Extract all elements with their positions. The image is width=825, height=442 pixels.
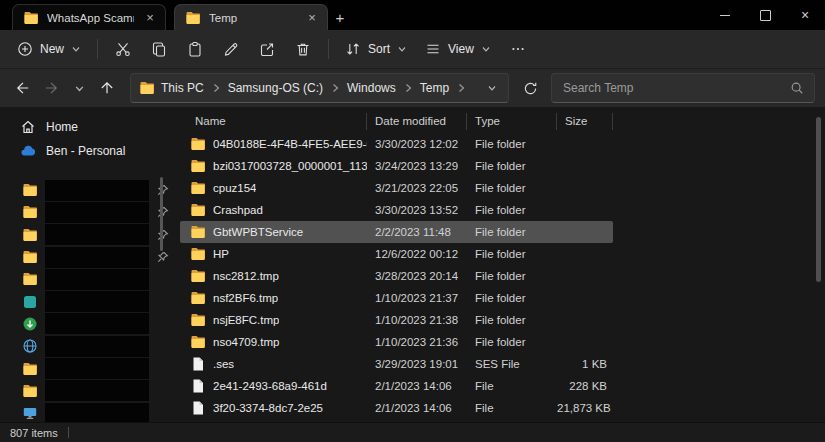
new-tab-button[interactable]: + <box>328 4 352 30</box>
share-button[interactable] <box>249 34 285 64</box>
refresh-icon <box>523 81 538 96</box>
file-row[interactable]: cpuz1543/21/2023 22:05File folder <box>180 177 613 199</box>
copy-button[interactable] <box>141 34 177 64</box>
file-row[interactable]: nsf2BF6.tmp1/10/2023 21:37File folder <box>180 287 613 309</box>
folder-icon <box>22 227 38 243</box>
redacted-label <box>45 247 149 268</box>
file-date-modified: 1/10/2023 21:36 <box>367 336 467 348</box>
search-box[interactable] <box>551 73 815 103</box>
sidebar-pinned-item[interactable] <box>0 224 178 246</box>
file-name: nsf2BF6.tmp <box>180 290 367 306</box>
pin-icon <box>157 251 169 263</box>
column-header-type[interactable]: Type <box>467 113 557 130</box>
file-size: 228 KB <box>557 380 613 392</box>
file-name: 2e41-2493-68a9-461d <box>180 378 367 394</box>
sidebar-item-onedrive[interactable]: Ben - Personal <box>6 139 172 163</box>
breadcrumb-bar[interactable]: This PCSamsung-OS (C:)WindowsTemp <box>130 73 509 103</box>
close-button[interactable]: × <box>785 0 825 30</box>
tab[interactable]: Temp × <box>174 4 328 30</box>
delete-button[interactable] <box>285 34 321 64</box>
sidebar-pinned-item[interactable] <box>0 402 178 422</box>
sidebar-pinned-item[interactable] <box>0 335 178 357</box>
file-icon <box>190 400 206 416</box>
chevron-right-icon[interactable] <box>454 83 468 93</box>
refresh-button[interactable] <box>517 75 543 101</box>
file-row[interactable]: bzi0317003728_0000001_1138dir3/24/2023 1… <box>180 155 613 177</box>
folder-icon <box>139 80 155 96</box>
more-options-button[interactable] <box>500 34 536 64</box>
forward-button[interactable] <box>38 75 64 101</box>
sidebar-pinned-item[interactable] <box>0 201 178 223</box>
file-row[interactable]: nso4709.tmp1/10/2023 21:36File folder <box>180 331 613 353</box>
sidebar-item-home[interactable]: Home <box>6 115 172 139</box>
file-row[interactable]: nsc2812.tmp3/28/2023 20:14File folder <box>180 265 613 287</box>
file-row[interactable]: 3f20-3374-8dc7-2e252/1/2023 14:06File21,… <box>180 397 613 419</box>
sidebar-scrollbar[interactable] <box>160 177 163 251</box>
folder-icon <box>185 10 201 26</box>
column-header-date-modified[interactable]: Date modified <box>367 113 467 130</box>
rename-icon <box>223 41 239 57</box>
file-row[interactable]: 2e41-2493-68a9-461d2/1/2023 14:06File228… <box>180 375 613 397</box>
sort-button[interactable]: Sort <box>336 34 416 64</box>
file-date-modified: 3/28/2023 20:14 <box>367 270 467 282</box>
file-name: nso4709.tmp <box>180 334 367 350</box>
file-date-modified: 3/30/2023 12:02 <box>367 138 467 150</box>
file-name: GbtWPBTService <box>180 224 367 240</box>
recent-locations-button[interactable] <box>66 75 92 101</box>
item-count: 807 items <box>10 427 58 439</box>
maximize-button[interactable] <box>745 0 785 30</box>
rename-button[interactable] <box>213 34 249 64</box>
share-icon <box>259 41 275 57</box>
file-row[interactable]: .ses3/29/2023 19:01SES File1 KB <box>180 353 613 375</box>
file-row[interactable]: nsjE8FC.tmp1/10/2023 21:38File folder <box>180 309 613 331</box>
chevron-down-icon <box>71 41 81 57</box>
search-input[interactable] <box>561 80 789 96</box>
chevron-right-icon[interactable] <box>209 83 223 93</box>
sidebar-pinned-item[interactable] <box>0 290 178 312</box>
address-dropdown-icon[interactable] <box>484 80 500 96</box>
monitor-icon <box>22 405 38 421</box>
cut-button[interactable] <box>105 34 141 64</box>
chevron-right-icon[interactable] <box>401 83 415 93</box>
file-row[interactable]: 04B0188E-4F4B-4FE5-AEE9-034CF55604D...3/… <box>180 133 613 155</box>
new-button[interactable]: New <box>8 34 90 64</box>
paste-button[interactable] <box>177 34 213 64</box>
sidebar-pinned-item[interactable] <box>0 246 178 268</box>
tab-close-icon[interactable]: × <box>304 10 320 26</box>
view-button[interactable]: View <box>416 34 500 64</box>
paste-icon <box>187 41 203 57</box>
folder-icon <box>190 290 206 306</box>
sidebar-pinned-item[interactable] <box>0 380 178 402</box>
file-name: nsc2812.tmp <box>180 268 367 284</box>
breadcrumb-item[interactable]: Windows <box>342 79 401 97</box>
breadcrumb-item[interactable]: Temp <box>415 79 454 97</box>
sidebar-pinned-item[interactable] <box>0 357 178 379</box>
file-row[interactable]: Crashpad3/30/2023 13:52File folder <box>180 199 613 221</box>
file-name: HP <box>180 246 367 262</box>
sidebar-pinned-list <box>0 179 178 422</box>
tab[interactable]: WhatsApp Scammer × <box>12 4 166 30</box>
back-button[interactable] <box>10 75 36 101</box>
sidebar-pinned-item[interactable] <box>0 313 178 335</box>
breadcrumb-item[interactable]: This PC <box>156 79 209 97</box>
file-row[interactable]: GbtWPBTService2/2/2023 11:48File folder <box>180 221 613 243</box>
folder-icon <box>22 182 38 198</box>
column-header-name[interactable]: Name <box>180 113 367 130</box>
tab-close-icon[interactable]: × <box>142 10 158 26</box>
file-date-modified: 3/30/2023 13:52 <box>367 204 467 216</box>
sidebar-pinned-item[interactable] <box>0 268 178 290</box>
column-header-size[interactable]: Size <box>557 113 613 130</box>
redacted-label <box>45 380 149 401</box>
sort-button-label: Sort <box>368 42 390 56</box>
breadcrumb-item[interactable]: Samsung-OS (C:) <box>223 79 328 97</box>
up-button[interactable] <box>94 75 120 101</box>
file-row[interactable]: HP12/6/2022 00:12File folder <box>180 243 613 265</box>
folder-icon <box>190 246 206 262</box>
minimize-button[interactable] <box>705 0 745 30</box>
sidebar-pinned-item[interactable] <box>0 179 178 201</box>
folder-icon <box>190 334 206 350</box>
app-icon <box>22 294 38 310</box>
file-type: File folder <box>467 270 557 282</box>
vertical-scrollbar[interactable] <box>816 117 821 282</box>
chevron-right-icon[interactable] <box>328 83 342 93</box>
